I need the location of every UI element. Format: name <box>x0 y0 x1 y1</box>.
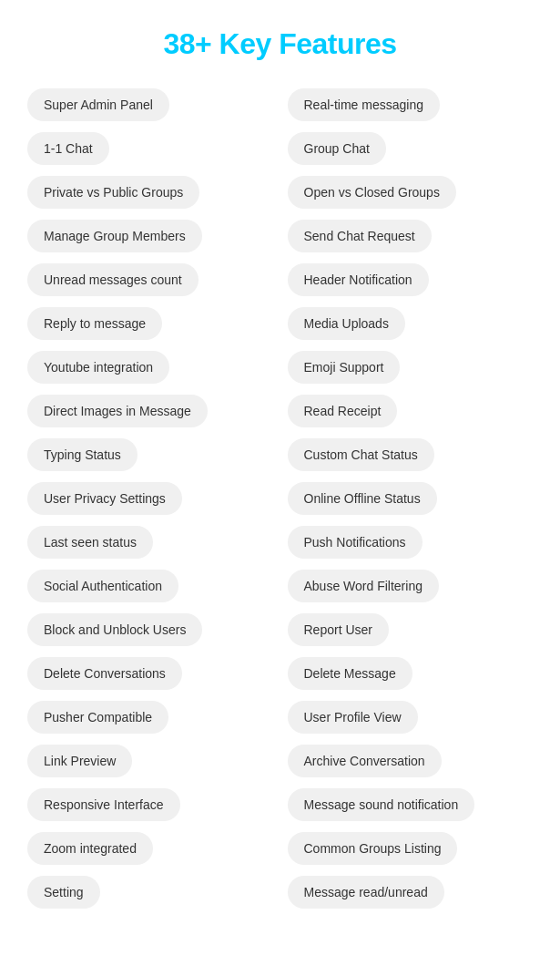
right-column: Real-time messagingGroup ChatOpen vs Clo… <box>288 88 534 909</box>
feature-badge-left-10: Last seen status <box>27 526 153 559</box>
feature-badge-left-3: Manage Group Members <box>27 220 202 252</box>
feature-badge-left-5: Reply to message <box>27 307 162 340</box>
feature-badge-right-11: Abuse Word Filtering <box>288 570 439 602</box>
feature-badge-right-17: Common Groups Listing <box>288 832 458 865</box>
feature-badge-right-10: Push Notifications <box>288 526 423 559</box>
feature-badge-left-17: Zoom integrated <box>27 832 153 865</box>
feature-badge-left-11: Social Authentication <box>27 570 178 602</box>
feature-badge-left-14: Pusher Compatible <box>27 701 168 734</box>
feature-badge-left-6: Youtube integration <box>27 351 169 384</box>
feature-badge-right-8: Custom Chat Status <box>288 438 434 471</box>
features-grid: Super Admin Panel1-1 ChatPrivate vs Publ… <box>18 88 542 909</box>
feature-badge-left-1: 1-1 Chat <box>27 132 109 165</box>
left-column: Super Admin Panel1-1 ChatPrivate vs Publ… <box>27 88 273 909</box>
feature-badge-left-0: Super Admin Panel <box>27 88 169 121</box>
feature-badge-right-16: Message sound notification <box>288 788 475 821</box>
feature-badge-right-5: Media Uploads <box>288 307 405 340</box>
feature-badge-right-6: Emoji Support <box>288 351 401 384</box>
feature-badge-right-14: User Profile View <box>288 701 418 734</box>
feature-badge-left-12: Block and Unblock Users <box>27 613 202 646</box>
feature-badge-left-9: User Privacy Settings <box>27 482 182 515</box>
feature-badge-right-18: Message read/unread <box>288 876 444 909</box>
feature-badge-right-0: Real-time messaging <box>288 88 441 121</box>
feature-badge-left-15: Link Preview <box>27 745 132 777</box>
feature-badge-right-9: Online Offline Status <box>288 482 437 515</box>
feature-badge-right-12: Report User <box>288 613 389 646</box>
feature-badge-left-18: Setting <box>27 876 100 909</box>
feature-badge-right-1: Group Chat <box>288 132 386 165</box>
feature-badge-right-2: Open vs Closed Groups <box>288 176 456 209</box>
feature-badge-right-4: Header Notification <box>288 263 429 296</box>
feature-badge-right-13: Delete Message <box>288 657 412 690</box>
feature-badge-left-16: Responsive Interface <box>27 788 180 821</box>
feature-badge-left-2: Private vs Public Groups <box>27 176 199 209</box>
page-title: 38+ Key Features <box>18 27 542 61</box>
feature-badge-left-13: Delete Conversations <box>27 657 182 690</box>
feature-badge-right-15: Archive Conversation <box>288 745 442 777</box>
feature-badge-left-7: Direct Images in Message <box>27 395 208 427</box>
feature-badge-right-3: Send Chat Request <box>288 220 432 252</box>
feature-badge-left-4: Unread messages count <box>27 263 199 296</box>
feature-badge-right-7: Read Receipt <box>288 395 398 427</box>
feature-badge-left-8: Typing Status <box>27 438 137 471</box>
